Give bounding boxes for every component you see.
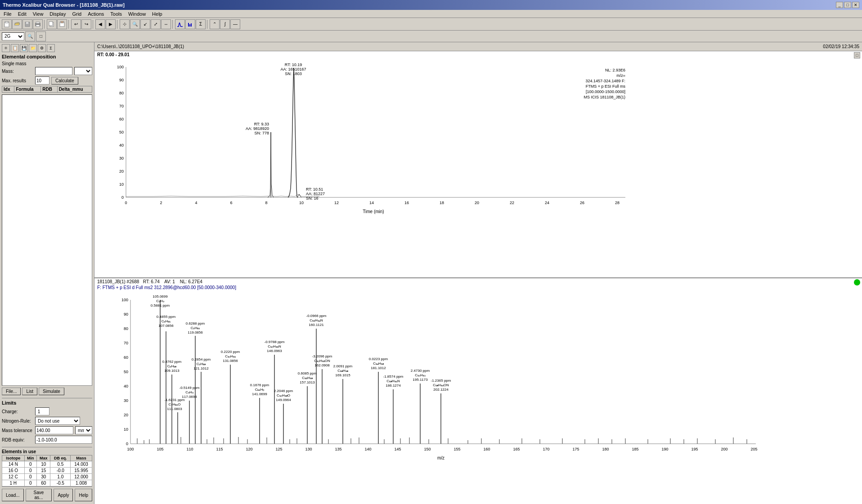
- load-button[interactable]: Load...: [2, 489, 24, 501]
- toolbar-chromatogram[interactable]: [175, 19, 185, 29]
- svg-text:105: 105: [157, 447, 163, 451]
- nitrogen-rule-label: Nitrogen-Rule:: [2, 419, 33, 424]
- panel-btn-1[interactable]: ⚛: [2, 44, 10, 52]
- toolbar-prev[interactable]: ◀: [95, 19, 105, 29]
- panel-btn-3[interactable]: 💾: [20, 44, 28, 52]
- toolbar-undo[interactable]: ↩: [71, 19, 81, 29]
- rdb-equiv-label: RDB equiv:: [2, 437, 33, 442]
- max-results-input[interactable]: [35, 76, 49, 85]
- toolbar-baseline[interactable]: —: [230, 19, 240, 29]
- toolbar-copy[interactable]: [47, 19, 57, 29]
- svg-text:80: 80: [124, 326, 128, 331]
- toolbar-formula[interactable]: Σ: [196, 19, 206, 29]
- apply-button[interactable]: Apply: [54, 489, 73, 501]
- menu-bar: File Edit View Display Grid Actions Tool…: [0, 10, 862, 18]
- panel-btn-6[interactable]: Σ: [47, 44, 55, 52]
- simulate-button[interactable]: Simulate: [39, 388, 64, 395]
- menu-file[interactable]: File: [2, 11, 13, 17]
- mass-tolerance-unit-select[interactable]: mmu ppm: [75, 426, 92, 434]
- toolbar-save[interactable]: [22, 19, 32, 29]
- toolbar-next[interactable]: ▶: [106, 19, 116, 29]
- svg-text:0.1676 ppm: 0.1676 ppm: [250, 383, 269, 387]
- list-button[interactable]: List: [22, 388, 37, 395]
- calculate-button[interactable]: Calculate: [51, 77, 78, 85]
- menu-edit[interactable]: Edit: [16, 11, 28, 17]
- file-path: C:\Users\..\20181108_UPO+\181108_JB(1): [97, 44, 184, 49]
- zoom-in-btn[interactable]: 🔍: [25, 31, 35, 41]
- svg-text:117.0698: 117.0698: [182, 395, 197, 399]
- svg-text:12: 12: [334, 201, 339, 205]
- menu-window[interactable]: Window: [126, 11, 148, 17]
- menu-tools[interactable]: Tools: [108, 11, 124, 17]
- svg-text:0.6288 ppm: 0.6288 ppm: [186, 321, 205, 326]
- table-row: 1 H060-0.51.008: [2, 480, 92, 486]
- svg-text:0.2854 ppm: 0.2854 ppm: [192, 357, 211, 361]
- svg-text:SN: 16: SN: 16: [306, 196, 319, 201]
- file-button[interactable]: File...: [2, 388, 21, 395]
- svg-text:22: 22: [510, 201, 514, 205]
- nitrogen-rule-row: Nitrogen-Rule: Do not use Must use Optio…: [2, 417, 92, 425]
- panel-btn-4[interactable]: 📁: [29, 44, 37, 52]
- svg-text:SN: 778: SN: 778: [254, 131, 269, 135]
- svg-rect-6: [36, 25, 40, 27]
- svg-text:0: 0: [125, 201, 127, 205]
- toolbar-paste[interactable]: [57, 19, 67, 29]
- svg-text:40: 40: [119, 143, 124, 147]
- svg-text:20: 20: [119, 169, 124, 174]
- toolbar-print[interactable]: [33, 19, 43, 29]
- svg-text:135: 135: [335, 447, 341, 451]
- mass-label: Mass:: [2, 69, 33, 74]
- secondary-toolbar: 2G 🔍 □: [0, 31, 862, 42]
- nitrogen-rule-select[interactable]: Do not use Must use Optional: [35, 417, 80, 425]
- toolbar-integrate[interactable]: ∫: [220, 19, 230, 29]
- menu-view[interactable]: View: [31, 11, 45, 17]
- col-delta: Delta_mmu: [57, 86, 92, 93]
- results-area[interactable]: [2, 94, 92, 386]
- help-button[interactable]: Help: [75, 489, 92, 501]
- svg-text:100: 100: [117, 65, 124, 69]
- mass-tolerance-input[interactable]: [35, 426, 73, 434]
- svg-text:170: 170: [543, 447, 549, 451]
- svg-text:C₈H₁₃: C₈H₁₃: [167, 364, 177, 368]
- toolbar-select[interactable]: ⊹: [120, 19, 130, 29]
- toolbar-new[interactable]: [2, 19, 12, 29]
- svg-text:202.1224: 202.1224: [433, 388, 449, 392]
- toolbar-zoom-x[interactable]: ↔: [161, 19, 171, 29]
- close-button[interactable]: ✕: [852, 2, 859, 8]
- svg-text:2.4730 ppm: 2.4730 ppm: [411, 369, 430, 373]
- toolbar-zoom-out[interactable]: ↙: [140, 19, 150, 29]
- svg-text:4: 4: [195, 201, 197, 205]
- toolbar-zoom-in[interactable]: 🔍: [130, 19, 140, 29]
- toolbar-zoom-fit[interactable]: ⤢: [151, 19, 161, 29]
- toolbar-redo[interactable]: ↪: [81, 19, 91, 29]
- toolbar-peak[interactable]: ⌃: [210, 19, 220, 29]
- svg-text:RT: 9.33: RT: 9.33: [254, 122, 269, 126]
- menu-help[interactable]: Help: [150, 11, 164, 17]
- toolbar-sep-4: [117, 20, 118, 29]
- mass-type-select[interactable]: [74, 67, 92, 75]
- maximize-button[interactable]: □: [844, 2, 851, 8]
- svg-text:10: 10: [299, 201, 304, 205]
- svg-text:C₈H₉: C₈H₉: [156, 299, 164, 303]
- expand-top-btn[interactable]: □: [854, 52, 860, 58]
- zoom-window-btn[interactable]: □: [36, 31, 46, 41]
- svg-text:C₉H₁₃: C₉H₁₃: [197, 362, 206, 366]
- menu-grid[interactable]: Grid: [70, 11, 83, 17]
- mass-input[interactable]: [35, 67, 72, 75]
- svg-text:C₉H₉: C₉H₉: [185, 390, 193, 394]
- results-table: Idx Formula RDB Delta_mmu: [2, 86, 92, 93]
- toolbar-open[interactable]: [12, 19, 22, 29]
- panel-btn-5[interactable]: ⚙: [38, 44, 46, 52]
- menu-actions[interactable]: Actions: [86, 11, 106, 17]
- svg-text:C₈H₁₁: C₈H₁₁: [162, 319, 171, 323]
- svg-text:C₁₀H₁₂N: C₁₀H₁₂N: [268, 344, 281, 348]
- panel-btn-2[interactable]: 📋: [11, 44, 19, 52]
- save-as-button[interactable]: Save as...: [26, 489, 52, 501]
- zoom-select[interactable]: 2G: [2, 32, 24, 40]
- minimize-button[interactable]: _: [836, 2, 843, 8]
- menu-display[interactable]: Display: [48, 11, 67, 17]
- toolbar-spectrum[interactable]: [185, 19, 195, 29]
- rdb-equiv-input[interactable]: [35, 436, 92, 444]
- window-controls[interactable]: _ □ ✕: [836, 2, 859, 8]
- charge-input[interactable]: [35, 407, 49, 415]
